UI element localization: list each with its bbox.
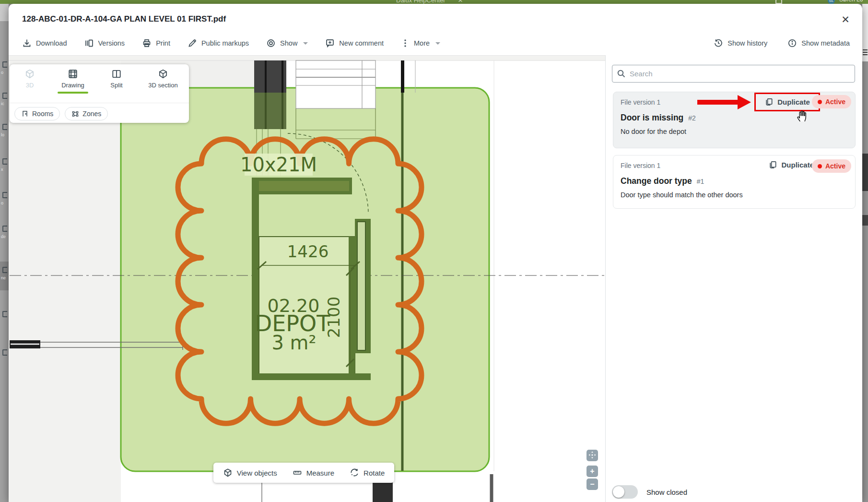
info-icon bbox=[787, 38, 797, 48]
duplicate-button[interactable]: Duplicate bbox=[764, 97, 810, 107]
document-viewer-modal: 128-ABC-01-DR-A-104-GA PLAN LEVEL 01 FIR… bbox=[9, 4, 862, 502]
print-icon bbox=[142, 38, 152, 48]
screen: Dalux HelpCenter✕ SL Søren Lo o ic lo x … bbox=[0, 0, 868, 502]
download-icon bbox=[22, 38, 32, 48]
status-badge: Active bbox=[812, 159, 851, 173]
user-name: Søren Lo bbox=[839, 0, 863, 3]
toolbar-right: Show history Show metadata bbox=[714, 33, 850, 54]
show-closed-toggle[interactable] bbox=[612, 485, 638, 499]
tab-close-icon: ✕ bbox=[458, 0, 463, 4]
cube-icon bbox=[223, 468, 233, 478]
comment-number: #2 bbox=[688, 114, 696, 122]
comment-description: Door type should match the other doors bbox=[621, 191, 848, 199]
zoom-out-button[interactable]: − bbox=[586, 478, 598, 490]
highlight-box: Duplicate bbox=[754, 93, 820, 111]
pan-icon bbox=[588, 451, 596, 459]
comment-title: Door is missing bbox=[621, 113, 683, 123]
tab-3d[interactable]: 3D bbox=[10, 69, 50, 94]
comments-sidebar: File version 1 Duplicate Active Door is … bbox=[605, 55, 862, 502]
measure-button[interactable]: Measure bbox=[293, 468, 334, 478]
comment-card-change-door-type[interactable]: File version 1 Duplicate Active Change d… bbox=[613, 155, 856, 209]
drawing-canvas[interactable]: 1426 2100 10x21M 02.20 DEPOT 3 m² bbox=[9, 55, 605, 502]
rotate-button[interactable]: Rotate bbox=[350, 468, 385, 478]
search-input[interactable] bbox=[630, 66, 850, 82]
document-title: 128-ABC-01-DR-A-104-GA PLAN LEVEL 01 FIR… bbox=[22, 14, 226, 24]
drawing-icon bbox=[68, 69, 78, 79]
more-button[interactable]: More bbox=[401, 38, 440, 48]
zone-size-label: 10x21M bbox=[240, 154, 317, 176]
comment-description: No door for the depot bbox=[621, 128, 848, 135]
status-badge: Active bbox=[812, 95, 851, 108]
polygon-icon bbox=[71, 110, 79, 118]
rooms-button[interactable]: Rooms bbox=[14, 107, 60, 120]
show-icon bbox=[266, 38, 276, 48]
cube-section-icon bbox=[158, 69, 168, 79]
column bbox=[401, 60, 404, 93]
cube-icon bbox=[24, 69, 35, 79]
dimension-width-label: 1426 bbox=[287, 242, 329, 261]
history-icon bbox=[714, 38, 723, 48]
chevron-down-icon bbox=[435, 42, 440, 45]
versions-button[interactable]: Versions bbox=[84, 38, 125, 48]
comment-number: #1 bbox=[697, 178, 704, 185]
pan-button[interactable] bbox=[586, 450, 598, 461]
room-area-label: 3 m² bbox=[271, 332, 316, 354]
search-box bbox=[612, 65, 855, 83]
search-icon bbox=[617, 69, 626, 79]
pencil-icon bbox=[188, 38, 197, 48]
public-markups-button[interactable]: Public markups bbox=[188, 38, 249, 48]
browser-tab: Dalux HelpCenter✕ bbox=[396, 0, 463, 4]
zones-button[interactable]: Zones bbox=[65, 107, 108, 120]
show-closed-label: Show closed bbox=[646, 488, 687, 496]
show-button[interactable]: Show bbox=[266, 38, 308, 48]
duplicate-button[interactable]: Duplicate bbox=[768, 160, 814, 169]
avatar: SL bbox=[828, 0, 835, 4]
kebab-menu-icon bbox=[401, 38, 410, 48]
comment-title: Change door type bbox=[621, 176, 692, 186]
duplicate-icon bbox=[768, 160, 777, 169]
duplicate-icon bbox=[764, 97, 774, 107]
tab-3d-section[interactable]: 3D section bbox=[137, 69, 189, 94]
background-right-edge bbox=[862, 4, 868, 502]
comment-plus-icon bbox=[325, 38, 335, 48]
status-dot-icon bbox=[818, 164, 822, 168]
show-metadata-button[interactable]: Show metadata bbox=[787, 38, 850, 48]
tab-split[interactable]: Split bbox=[96, 69, 137, 94]
notification-bell-icon bbox=[775, 0, 782, 4]
tab-drawing[interactable]: Drawing bbox=[50, 69, 96, 94]
background-left-toolbar: o ic lo x o de ne bbox=[0, 4, 9, 502]
print-button[interactable]: Print bbox=[142, 38, 170, 48]
split-icon bbox=[111, 69, 122, 79]
toggle-knob bbox=[613, 486, 624, 498]
comment-card-door-is-missing[interactable]: File version 1 Duplicate Active Door is … bbox=[613, 92, 856, 148]
show-history-button[interactable]: Show history bbox=[714, 38, 767, 48]
rotate-icon bbox=[350, 468, 359, 478]
versions-icon bbox=[84, 38, 94, 48]
new-comment-button[interactable]: New comment bbox=[325, 38, 384, 48]
browser-topbar: Dalux HelpCenter✕ SL Søren Lo bbox=[0, 0, 868, 4]
door-icon bbox=[21, 110, 29, 118]
canvas-toolbar: View objects Measure Rotate bbox=[213, 463, 394, 483]
status-dot-icon bbox=[818, 100, 822, 104]
view-objects-button[interactable]: View objects bbox=[223, 468, 277, 478]
chevron-down-icon bbox=[303, 42, 308, 45]
zoom-in-button[interactable]: + bbox=[586, 466, 598, 477]
view-mode-panel: 3D Drawing Split 3D section bbox=[10, 64, 189, 123]
ruler-icon bbox=[293, 468, 302, 478]
toolbar: Download Versions Print Public markups S… bbox=[22, 33, 440, 54]
show-closed-row: Show closed bbox=[612, 485, 687, 499]
download-button[interactable]: Download bbox=[22, 38, 67, 48]
close-button[interactable]: ✕ bbox=[837, 12, 854, 28]
